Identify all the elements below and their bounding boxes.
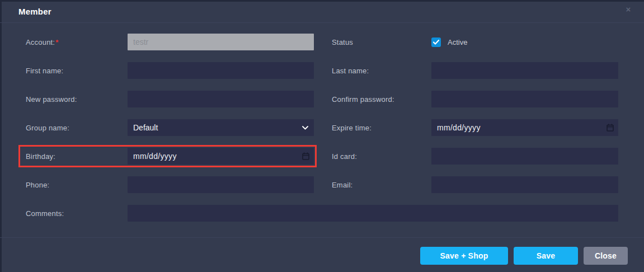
save-button[interactable]: Save	[514, 247, 578, 265]
dialog-footer: Save + Shop Save Close	[0, 237, 644, 272]
comments-label: Comments:	[26, 209, 128, 218]
id-card-input[interactable]	[431, 148, 618, 165]
birthday-placeholder: mm/dd/yyyy	[133, 152, 177, 161]
form-row-passwords: New password: Confirm password:	[26, 91, 618, 107]
dialog-title: Member	[18, 7, 51, 16]
email-label: Email:	[332, 181, 431, 189]
birthday-highlight-group: Birthday: mm/dd/yyyy	[26, 148, 314, 165]
form-row-birthday-idcard: Birthday: mm/dd/yyyy Id card:	[26, 148, 618, 165]
account-input[interactable]	[128, 34, 314, 50]
group-name-select[interactable]: Default	[128, 119, 314, 136]
dialog-header: Member ×	[0, 0, 644, 23]
form-row-group-expire: Group name: Default Expire time: mm/dd/y…	[26, 119, 618, 136]
expire-time-date-input[interactable]: mm/dd/yyyy	[431, 119, 618, 136]
confirm-password-input[interactable]	[431, 91, 618, 107]
form-row-comments: Comments:	[26, 205, 618, 222]
form-row-phone-email: Phone: Email:	[26, 176, 618, 193]
status-label: Status	[332, 38, 431, 46]
first-name-label: First name:	[26, 67, 128, 75]
save-shop-button[interactable]: Save + Shop	[420, 247, 508, 265]
active-checkbox[interactable]	[431, 37, 441, 47]
dialog-body: Account:* Status Active First name: Last…	[0, 23, 644, 222]
account-label: Account:*	[26, 38, 128, 46]
group-name-selected-value: Default	[133, 123, 158, 132]
expire-time-label: Expire time:	[332, 124, 431, 132]
phone-input[interactable]	[128, 176, 314, 193]
form-row-account-status: Account:* Status Active	[26, 34, 618, 50]
checkmark-icon	[433, 40, 439, 45]
birthday-date-input[interactable]: mm/dd/yyyy	[128, 148, 314, 165]
required-asterisk: *	[55, 38, 58, 46]
last-name-input[interactable]	[431, 62, 618, 79]
id-card-label: Id card:	[332, 152, 431, 161]
expire-time-placeholder: mm/dd/yyyy	[437, 123, 481, 132]
last-name-label: Last name:	[332, 67, 431, 75]
new-password-label: New password:	[26, 95, 128, 104]
birthday-label: Birthday:	[26, 152, 128, 161]
email-input[interactable]	[431, 176, 618, 193]
calendar-icon[interactable]	[302, 152, 309, 160]
form-row-names: First name: Last name:	[26, 62, 618, 79]
comments-input[interactable]	[128, 205, 618, 222]
confirm-password-label: Confirm password:	[332, 95, 431, 104]
calendar-icon[interactable]	[607, 124, 614, 132]
close-button[interactable]: Close	[584, 247, 628, 265]
new-password-input[interactable]	[128, 91, 314, 107]
chevron-down-icon	[302, 126, 308, 130]
member-dialog: Member × Account:* Status Active F	[0, 0, 644, 272]
phone-label: Phone:	[26, 181, 128, 189]
active-checkbox-label: Active	[448, 38, 467, 46]
first-name-input[interactable]	[128, 62, 314, 79]
close-icon[interactable]: ×	[623, 3, 634, 15]
group-name-label: Group name:	[26, 124, 128, 132]
